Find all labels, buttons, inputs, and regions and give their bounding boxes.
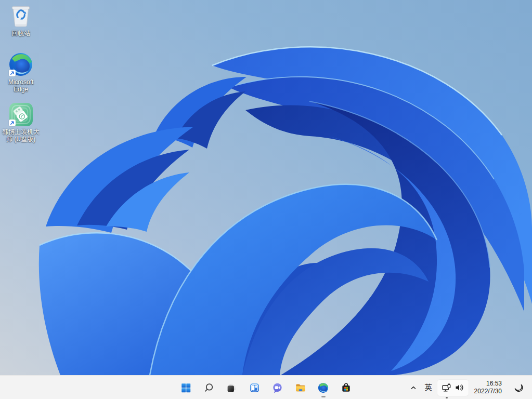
network-volume-button[interactable] (437, 379, 469, 396)
recycle-bin-icon (9, 4, 33, 28)
store-button[interactable] (336, 377, 357, 398)
focus-assist-button[interactable] (507, 378, 530, 397)
show-hidden-icons-button[interactable] (407, 378, 420, 397)
file-explorer-button[interactable] (290, 377, 311, 398)
clock[interactable]: 16:53 2022/7/30 (470, 378, 506, 397)
file-explorer-icon (295, 382, 306, 393)
taskbar-tray: 英 16:53 2022/7/30 (407, 376, 530, 399)
task-view-icon (226, 382, 237, 393)
chat-icon (272, 382, 283, 393)
start-button[interactable] (176, 377, 197, 398)
search-button[interactable] (199, 377, 219, 398)
desktop[interactable]: 回收站 Microsoft Edge (0, 0, 532, 399)
widgets-icon (249, 382, 260, 393)
clock-time: 16:53 (486, 380, 502, 388)
tray-notification-dot (446, 397, 448, 398)
task-view-button[interactable] (222, 377, 242, 398)
desktop-icon-label: Microsoft Edge (1, 78, 41, 93)
ime-indicator[interactable]: 英 (421, 378, 436, 397)
desktop-icon-hanboshi-usb[interactable]: 韩博士装机大师 (U盘版) (1, 102, 41, 143)
desktop-icon-label: 回收站 (11, 30, 30, 37)
edge-button[interactable] (313, 377, 334, 398)
wallpaper-bloom (0, 0, 532, 375)
taskbar-center-icons (176, 376, 357, 399)
store-icon (341, 382, 352, 393)
taskbar: 英 16:53 2022/7/30 (0, 375, 532, 399)
windows-logo-icon (180, 382, 191, 393)
clock-date: 2022/7/30 (474, 388, 502, 395)
desktop-icon-recycle-bin[interactable]: 回收站 (1, 3, 41, 37)
chat-button[interactable] (267, 377, 288, 398)
crescent-moon-icon (514, 383, 524, 393)
shortcut-arrow-icon (9, 119, 16, 126)
network-icon (442, 383, 451, 392)
widgets-button[interactable] (244, 377, 265, 398)
edge-running-indicator (321, 396, 326, 397)
desktop-icon-microsoft-edge[interactable]: Microsoft Edge (1, 52, 41, 93)
desktop-icon-label: 韩博士装机大师 (U盘版) (1, 128, 41, 143)
edge-icon (318, 382, 329, 393)
shortcut-arrow-icon (9, 70, 16, 76)
volume-icon (455, 383, 464, 392)
search-icon (203, 382, 214, 393)
chevron-up-icon (409, 383, 418, 392)
